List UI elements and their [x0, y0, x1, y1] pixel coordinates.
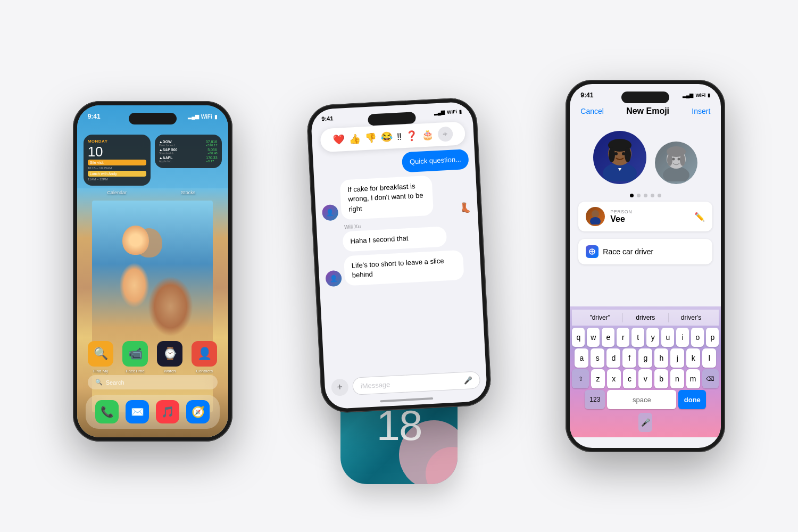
- dock-phone[interactable]: 📞: [95, 400, 119, 423]
- key-j[interactable]: j: [670, 348, 684, 368]
- reaction-exclaim[interactable]: ‼️: [396, 131, 402, 142]
- reaction-add-button[interactable]: +: [437, 126, 453, 142]
- dock-music[interactable]: 🎵: [156, 400, 179, 423]
- keyboard-row-3: ⇧ z x c v b n m ⌫: [572, 369, 719, 388]
- main-emoji-svg: [596, 134, 644, 181]
- suggestion-drivers[interactable]: drivers: [623, 313, 669, 322]
- ai-icon: [586, 245, 598, 258]
- insert-button[interactable]: Insert: [692, 107, 710, 115]
- mic-icon: 🎤: [463, 376, 472, 385]
- reaction-haha[interactable]: 😂: [380, 131, 393, 143]
- dot-2: [637, 194, 641, 197]
- key-p[interactable]: p: [706, 328, 719, 347]
- cancel-button[interactable]: Cancel: [580, 107, 604, 115]
- svg-point-13: [678, 158, 680, 161]
- key-space[interactable]: space: [607, 390, 676, 409]
- phone-messages: 9:41 ▂▄▆ WiFi ▮ ❤️ 👍 👎 😂 ‼️ ❓ 🎂: [306, 97, 492, 414]
- key-d[interactable]: d: [606, 348, 620, 368]
- cake-message: If cake for breakfast is wrong, I don't …: [339, 176, 433, 220]
- person-edit-button[interactable]: ✏️: [694, 212, 705, 222]
- key-c[interactable]: c: [623, 369, 637, 388]
- search-bar[interactable]: 🔍 Search: [88, 375, 218, 389]
- dot-1: [630, 194, 634, 197]
- reaction-heart[interactable]: ❤️: [332, 134, 345, 146]
- key-q[interactable]: q: [572, 328, 585, 347]
- emoji-input-area[interactable]: Race car driver: [578, 239, 712, 264]
- dynamic-island-2: [368, 112, 416, 126]
- key-l[interactable]: l: [702, 348, 716, 368]
- key-r[interactable]: r: [617, 328, 629, 347]
- key-k[interactable]: k: [686, 348, 700, 368]
- calendar-date: 10: [88, 145, 146, 159]
- key-x[interactable]: x: [607, 369, 621, 388]
- app-findmy[interactable]: 🔍 Find My: [88, 341, 113, 373]
- dock-mail[interactable]: ✉️: [126, 400, 149, 423]
- key-w[interactable]: w: [587, 328, 600, 347]
- messages-screen: 9:41 ▂▄▆ WiFi ▮ ❤️ 👍 👎 😂 ‼️ ❓ 🎂: [310, 101, 487, 409]
- incoming-slice-msg: 👤 Life's too short to leave a slice behi…: [325, 250, 475, 287]
- key-n[interactable]: n: [670, 369, 684, 388]
- key-t[interactable]: t: [631, 328, 644, 347]
- emoji-description-text[interactable]: Race car driver: [603, 247, 705, 256]
- key-shift[interactable]: ⇧: [572, 369, 589, 388]
- wifi-icon-1: WiFi: [201, 114, 212, 120]
- svg-point-11: [680, 154, 685, 166]
- msg-status-icons: ▂▄▆ WiFi ▮: [434, 108, 462, 116]
- key-h[interactable]: h: [654, 348, 668, 368]
- facetime-label: FaceTime: [126, 369, 145, 373]
- phone-home: 9:41 ▂▄▆ WiFi ▮ MONDAY 10 Site visit: [73, 101, 232, 442]
- key-num[interactable]: 123: [585, 390, 605, 409]
- dot-4: [651, 194, 654, 197]
- key-m[interactable]: m: [686, 369, 700, 388]
- emoji-main-avatar[interactable]: [593, 131, 646, 184]
- key-b[interactable]: b: [654, 369, 668, 388]
- suggestion-driver-quoted[interactable]: "driver": [577, 313, 623, 322]
- dock-safari[interactable]: 🧭: [186, 400, 210, 423]
- msg-plus-button[interactable]: +: [331, 378, 349, 396]
- mic-button[interactable]: 🎤: [638, 413, 652, 432]
- key-z[interactable]: z: [591, 369, 605, 388]
- svg-point-15: [590, 217, 601, 225]
- key-a[interactable]: a: [575, 348, 588, 368]
- key-i[interactable]: i: [676, 328, 689, 347]
- dock: 📞 ✉️ 🎵 🧭: [86, 395, 220, 429]
- reaction-thumbsup[interactable]: 👍: [348, 132, 361, 145]
- reaction-thumbsdown[interactable]: 👎: [364, 132, 377, 144]
- imessage-placeholder: iMessage: [360, 380, 390, 390]
- widgets-row: MONDAY 10 Site visit 10:15 – 10:45AM Lun…: [84, 135, 222, 186]
- key-u[interactable]: u: [661, 328, 674, 347]
- person-card: PERSON Vee ✏️: [578, 202, 712, 231]
- person-info: PERSON Vee: [610, 209, 689, 224]
- signal-icon-2: ▂▄▆: [434, 110, 445, 115]
- key-f[interactable]: f: [622, 348, 636, 368]
- msg-input-field[interactable]: iMessage 🎤: [352, 371, 480, 395]
- key-e[interactable]: e: [602, 328, 614, 347]
- time-2: 9:41: [321, 115, 334, 122]
- app-facetime[interactable]: 📹 FaceTime: [122, 341, 148, 373]
- key-y[interactable]: y: [646, 328, 659, 347]
- reaction-question[interactable]: ❓: [405, 130, 418, 142]
- key-done[interactable]: done: [678, 390, 706, 409]
- search-text: Search: [106, 379, 124, 386]
- key-o[interactable]: o: [691, 328, 704, 347]
- reaction-cake[interactable]: 🎂: [421, 129, 434, 141]
- app-icons: 🔍 Find My 📹 FaceTime ⌚ Watch 👤 Contacts: [84, 341, 222, 373]
- app-watch[interactable]: ⌚ Watch: [157, 341, 182, 373]
- app-contacts[interactable]: 👤 Contacts: [192, 341, 217, 373]
- key-v[interactable]: v: [638, 369, 652, 388]
- calendar-widget-container[interactable]: MONDAY 10 Site visit 10:15 – 10:45AM Lun…: [84, 135, 151, 186]
- svg-point-6: [622, 152, 625, 155]
- stocks-widget[interactable]: ▲DOW Dow Jones I... 37,816 +570.17 ▲S&P …: [155, 135, 222, 168]
- cake-reaction-emoji: 👢: [459, 202, 471, 214]
- outgoing-msg-container: Quick question...: [319, 149, 469, 177]
- suggestion-drivers-possessive[interactable]: driver's: [669, 313, 714, 322]
- stocks-widget-container[interactable]: ▲DOW Dow Jones I... 37,816 +570.17 ▲S&P …: [155, 135, 222, 186]
- emoji-secondary-avatar[interactable]: [655, 142, 697, 184]
- key-g[interactable]: g: [638, 348, 652, 368]
- calendar-widget[interactable]: MONDAY 10 Site visit 10:15 – 10:45AM Lun…: [84, 135, 151, 186]
- home-bar-2: [380, 397, 433, 402]
- key-delete[interactable]: ⌫: [702, 369, 719, 388]
- time-3: 9:41: [580, 92, 593, 99]
- key-s[interactable]: s: [591, 348, 604, 368]
- nav-title: New Emoji: [626, 106, 669, 116]
